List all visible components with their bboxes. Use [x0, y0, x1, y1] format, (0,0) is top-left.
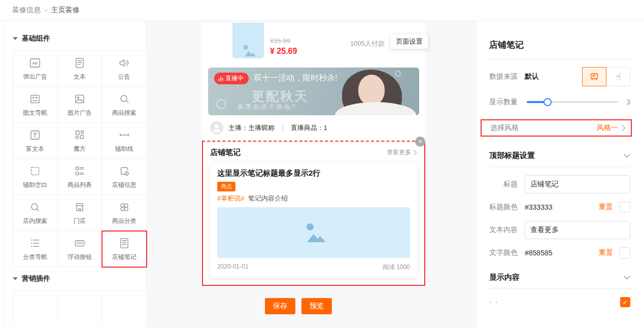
- component-store-info[interactable]: 店铺信息: [102, 159, 147, 195]
- data-source-manual-toggle[interactable]: ☝: [606, 67, 630, 86]
- marketing-components-group-header[interactable]: 营销插件: [13, 274, 146, 283]
- store-note-icon: [118, 237, 131, 250]
- note-section-header: 店铺笔记 查看更多: [210, 148, 417, 157]
- top-title-section-header[interactable]: 顶部标题设置: [489, 151, 630, 160]
- settings-panel: 店铺笔记 数据来源 默认 ☝ 显示数量 3 选择风: [477, 21, 644, 328]
- style-select-row[interactable]: 选择风格 风格一: [481, 119, 632, 137]
- remove-component-icon[interactable]: ×: [415, 137, 425, 147]
- note-topic: #掌柜说#: [217, 194, 244, 202]
- component-category-nav[interactable]: 分类导航: [13, 231, 58, 267]
- floating-button-icon: BTN: [73, 237, 86, 250]
- title-color-row: 标题颜色 #333333 重置: [489, 202, 630, 213]
- title-field-row: 标题: [489, 175, 630, 193]
- magic-cube-icon: [73, 128, 86, 142]
- display-content-section-header[interactable]: 显示内容: [489, 273, 630, 282]
- group-title: 营销插件: [22, 274, 50, 283]
- component-image-text-nav[interactable]: 图文导航: [13, 87, 58, 123]
- component-product-list[interactable]: 商品列表: [58, 159, 103, 195]
- section-title: 显示内容: [489, 273, 520, 282]
- component-guide-line[interactable]: 辅助线: [102, 123, 147, 159]
- product-old-price: ¥15.99: [270, 37, 297, 45]
- phone-preview-canvas: ¥15.99 ¥ 25.69 1005人付款 页面设置 更配秋天 换.季.你.还…: [202, 23, 425, 286]
- svg-text:AD: AD: [32, 61, 38, 65]
- note-highlight-tag: 亮点: [217, 182, 235, 191]
- chevron-down-icon: [624, 276, 630, 280]
- breadcrumb-separator: -: [45, 6, 47, 14]
- live-host-row: 主播：主播昵称 ｜ 直播商品：1: [202, 115, 425, 141]
- component-blank-space[interactable]: 辅助空白: [13, 159, 58, 195]
- image-text-nav-icon: [28, 92, 42, 106]
- component-label: 图片广告: [67, 109, 92, 117]
- text-color-reset-button[interactable]: 重置: [599, 248, 613, 257]
- preview-button[interactable]: 预览: [301, 298, 332, 314]
- title-color-value: #333333: [525, 203, 553, 211]
- product-search-icon: [118, 92, 131, 106]
- component-product-category[interactable]: 商品分类: [102, 195, 147, 231]
- text-content-input[interactable]: [525, 221, 630, 239]
- breadcrumb-section[interactable]: 装修信息: [12, 6, 41, 15]
- basic-components-grid: AD 弹出广告 文本 公告 图文导航 图片广告 商品搜索: [13, 50, 147, 267]
- display-count-slider[interactable]: [527, 98, 618, 106]
- data-source-value: 默认: [525, 72, 539, 81]
- component-in-store-search[interactable]: 店内搜索: [13, 195, 58, 231]
- component-popup-ad[interactable]: AD 弹出广告: [13, 51, 58, 87]
- component-text[interactable]: 文本: [58, 51, 103, 87]
- title-color-reset-button[interactable]: 重置: [599, 203, 613, 212]
- component-label: 商品列表: [67, 181, 92, 189]
- component-magic-cube[interactable]: 魔方: [58, 123, 103, 159]
- data-source-store-toggle[interactable]: [582, 67, 606, 86]
- person-icon: [210, 121, 223, 135]
- style-label: 选择风格: [490, 123, 519, 133]
- chevron-down-icon: [624, 154, 630, 158]
- save-button[interactable]: 保存: [265, 298, 295, 314]
- preview-area: ¥15.99 ¥ 25.69 1005人付款 页面设置 更配秋天 换.季.你.还…: [146, 21, 477, 328]
- component-label: 店铺笔记: [112, 253, 137, 261]
- chevron-right-icon: [622, 125, 626, 131]
- host-name: 主播：主播昵称: [228, 123, 275, 133]
- slider-handle[interactable]: [544, 98, 552, 106]
- basic-components-group-header[interactable]: 基础组件: [13, 34, 146, 43]
- text-color-swatch[interactable]: [619, 247, 630, 258]
- popup-ad-icon: AD: [28, 56, 42, 70]
- component-label: 弹出广告: [23, 73, 47, 81]
- svg-text:BTN: BTN: [77, 242, 83, 245]
- title-color-label: 标题颜色: [489, 203, 518, 212]
- live-banner[interactable]: 更配秋天 换.季.你.还.不.换.妆.? 直播中 双十一活动，限时秒杀!: [208, 68, 419, 115]
- photo-icon: [300, 221, 327, 244]
- breadcrumb: 装修信息 - 主页装修: [0, 0, 644, 21]
- title-input[interactable]: [525, 175, 630, 193]
- announcement-icon: [118, 56, 131, 70]
- component-store[interactable]: 门店: [58, 195, 103, 231]
- product-list-icon: [73, 165, 86, 178]
- text-icon: [73, 56, 86, 70]
- component-label: 商品搜索: [112, 109, 137, 117]
- text-field-row: 文本内容: [489, 221, 630, 239]
- component-label: 图文导航: [23, 109, 47, 117]
- component-product-search[interactable]: 商品搜索: [102, 87, 147, 123]
- live-bars-icon: [218, 76, 223, 81]
- group-title: 基础组件: [22, 34, 50, 43]
- component-rich-text[interactable]: 富文本: [13, 123, 58, 159]
- component-image-ad[interactable]: 图片广告: [58, 87, 103, 123]
- component-floating-button[interactable]: BTN 浮动按钮: [58, 231, 103, 267]
- collapse-triangle-icon: [13, 37, 18, 40]
- store-decoration-page: 装修信息 - 主页装修 基础组件 AD 弹出广告 文本 公告 图文导航: [0, 0, 644, 328]
- note-date: 2020-01-01: [217, 263, 248, 272]
- note-read-count: 阅读 1000: [383, 263, 410, 272]
- component-placeholder: [58, 291, 103, 324]
- breadcrumb-page: 主页装修: [51, 6, 80, 15]
- component-store-note-selected[interactable]: 店铺笔记: [102, 231, 147, 267]
- store-info-icon: [118, 165, 131, 178]
- marketing-components-grid: [13, 290, 147, 324]
- note-description: 笔记内容介绍: [248, 194, 288, 202]
- photo-icon: [240, 43, 257, 58]
- note-card[interactable]: 这里显示笔记标题最多显示2行 亮点 #掌柜说# 笔记内容介绍 2020-01-0…: [210, 162, 417, 278]
- rich-text-icon: [28, 128, 42, 142]
- store-note-component-selected[interactable]: × 店铺笔记 查看更多 这里显示笔记标题最多显示2行 亮点 #掌柜说# 笔记内容…: [202, 141, 425, 286]
- component-announcement[interactable]: 公告: [102, 51, 147, 87]
- note-view-more-link[interactable]: 查看更多: [387, 148, 417, 157]
- option-checkbox-checked[interactable]: ✓: [620, 297, 630, 307]
- title-color-swatch[interactable]: [619, 202, 630, 213]
- page-settings-button[interactable]: 页面设置: [391, 35, 428, 49]
- style-value: 风格一: [597, 123, 618, 133]
